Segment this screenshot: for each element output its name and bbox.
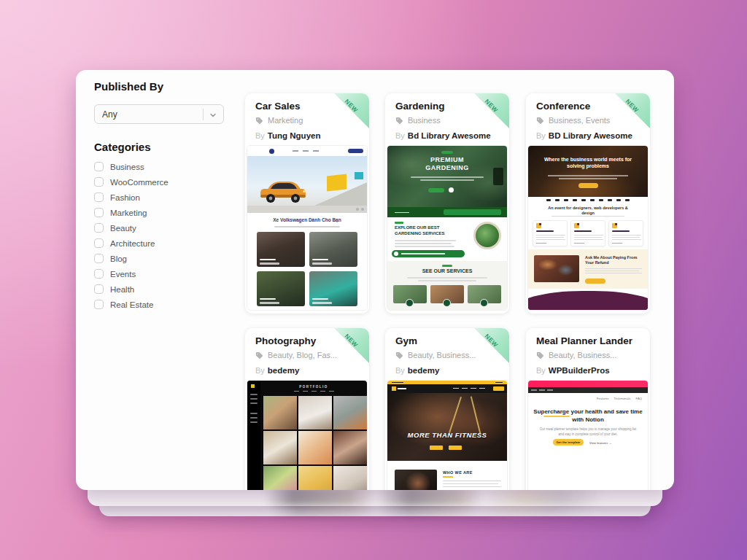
menu-line	[250, 398, 258, 400]
yellow-underline	[443, 476, 453, 478]
checkbox[interactable]	[94, 238, 104, 248]
template-card-meal-planner[interactable]: Meal Planner Lander Beauty, Business... …	[526, 328, 650, 490]
plant-photo-circle	[473, 222, 501, 249]
new-badge: NEW	[615, 93, 650, 128]
text-line	[395, 240, 456, 241]
template-card-photography[interactable]: NEW Photography Beauty, Blog, Fas... By …	[245, 328, 369, 490]
document-icon	[574, 223, 579, 228]
nav-link	[462, 388, 468, 389]
photo-tile	[333, 431, 367, 464]
template-card-conference[interactable]: NEW Conference Business, Events By BD Li…	[526, 93, 650, 314]
checkbox[interactable]	[94, 192, 104, 202]
category-row-business[interactable]: Business	[94, 162, 169, 171]
checkbox[interactable]	[94, 223, 104, 233]
vw-logo-icon	[269, 149, 274, 154]
section-pill	[442, 265, 452, 267]
photo-tile	[263, 466, 297, 490]
hero-title: Where the business world meets for solvi…	[541, 156, 635, 170]
nav-link	[479, 388, 485, 389]
by-label: By	[255, 131, 265, 140]
card-title: Gym	[395, 335, 417, 346]
checkbox[interactable]	[94, 162, 104, 171]
text-line	[548, 175, 628, 176]
category-row-woocommerce[interactable]: WooCommerce	[94, 177, 169, 187]
category-row-blog[interactable]: Blog	[94, 254, 169, 263]
hero-button	[449, 446, 462, 450]
preview-event-section: An event for designers, web developers &…	[528, 203, 648, 249]
tag-icon	[536, 351, 544, 359]
link-line	[612, 243, 622, 244]
text-line	[443, 486, 501, 487]
publisher-select[interactable]: Any	[94, 104, 224, 124]
preview-sidebar	[247, 381, 260, 490]
category-row-fashion[interactable]: Fashion	[94, 192, 169, 202]
text-line	[585, 268, 642, 269]
gym-logo-text	[398, 388, 406, 389]
category-filter-list: Business WooCommerce Fashion Marketing B…	[94, 162, 169, 309]
nav-link	[303, 150, 309, 152]
template-preview-gardening: PREMIUM GARDENING EXPLORE OUR BEST GARDE…	[387, 146, 507, 310]
checkbox[interactable]	[94, 254, 104, 263]
tag-text: Business	[408, 116, 441, 125]
feature-card	[608, 220, 643, 246]
category-row-marketing[interactable]: Marketing	[94, 208, 169, 217]
template-card-gardening[interactable]: NEW Gardening Business By Bd Library Awe…	[385, 93, 509, 314]
document-icon	[536, 223, 541, 228]
photo-tile	[298, 466, 332, 490]
promo-button	[585, 279, 605, 284]
author-name: bedemy	[268, 366, 299, 375]
recycle-icon	[443, 299, 451, 307]
hero-title: PREMIUM GARDENING	[409, 156, 485, 173]
link-line	[536, 243, 546, 244]
card-tags: Beauty, Business...	[395, 351, 476, 359]
preview-navbar	[387, 384, 507, 393]
preview-nav-links	[260, 391, 367, 392]
category-label: Marketing	[110, 209, 147, 217]
car-photo-tile	[257, 271, 305, 306]
template-card-gym[interactable]: NEW Gym Beauty, Business... By bedemy	[385, 328, 509, 490]
category-label: Events	[110, 270, 136, 279]
link-line	[574, 243, 584, 244]
checkbox[interactable]	[94, 284, 104, 294]
preview-about-section: WHO WE ARE	[387, 461, 507, 490]
orange-car-illustration	[252, 172, 328, 207]
text-line	[407, 277, 487, 279]
card-author-row: By bedemy	[255, 366, 299, 375]
checkbox[interactable]	[94, 300, 104, 309]
text-line	[395, 246, 454, 247]
template-preview-gym: MORE THAN FITNESS WHO WE ARE	[387, 381, 507, 490]
category-row-events[interactable]: Events	[94, 269, 169, 279]
category-label: Architecture	[110, 239, 155, 248]
car-photo-tile	[309, 271, 357, 306]
card-title: Conference	[536, 101, 590, 112]
template-card-car-sales[interactable]: NEW Car Sales Marketing By Tung Nguyen	[245, 93, 369, 314]
dark-page-background: PORTFOLIO	[247, 381, 367, 490]
category-row-real-estate[interactable]: Real Estate	[94, 300, 169, 309]
checkbox[interactable]	[94, 208, 104, 217]
category-label: Fashion	[110, 193, 140, 202]
get-template-button: Get the template	[553, 439, 584, 446]
green-cta-bar	[392, 250, 465, 257]
new-badge: NEW	[474, 93, 509, 128]
category-row-architecture[interactable]: Architecture	[94, 238, 169, 248]
author-name: WPBuilderPros	[549, 366, 610, 375]
menu-line	[250, 402, 258, 404]
card-author-row: By BD Library Awesome	[536, 131, 632, 140]
preview-cta-button	[348, 149, 363, 153]
text-line	[395, 243, 452, 244]
yellow-underline	[543, 416, 570, 417]
tag-text: Beauty, Business...	[549, 351, 616, 359]
preview-hero-image	[247, 156, 367, 213]
gym-logo-icon	[392, 386, 396, 391]
text-line	[551, 216, 624, 217]
site-name: PORTFOLIO	[260, 385, 367, 389]
category-row-health[interactable]: Health	[94, 284, 169, 294]
curved-footer	[528, 291, 648, 310]
hero-side-box	[493, 168, 503, 185]
checkbox[interactable]	[94, 177, 104, 187]
category-row-beauty[interactable]: Beauty	[94, 223, 169, 233]
explore-title: EXPLORE OUR BEST GARDENING SERVICES	[395, 225, 454, 237]
tag-icon	[395, 117, 403, 125]
checkbox[interactable]	[94, 269, 104, 279]
text-line	[559, 178, 617, 179]
